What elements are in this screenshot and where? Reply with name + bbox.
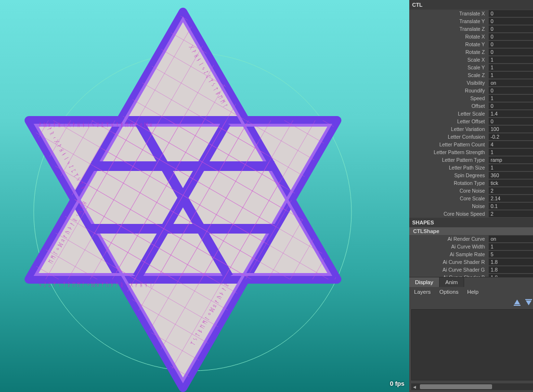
attr-value-input[interactable] xyxy=(489,157,533,163)
attribute-panel[interactable]: CTL Translate XTranslate YTranslate ZRot… xyxy=(409,0,533,277)
attr-label: Scale X xyxy=(409,57,489,63)
viewport-fps: 0 fps xyxy=(390,380,404,387)
attr-row: Letter Confusion xyxy=(409,133,533,141)
attr-row: Core Noise Speed xyxy=(409,210,533,218)
layer-hscrollbar-thumb[interactable] xyxy=(420,384,492,389)
attr-value-input[interactable] xyxy=(489,243,533,250)
attr-label: Translate X xyxy=(409,11,489,16)
viewport-3d[interactable]: ᚠᚢᚦᚨᚱᚲᚷᚹᚺᚾᛁᛃᛇᛈᛉᛊᛏᛒᛖᛗᛚᛜᛞᛟ ᛃᛇᛈᛉᛊᛏᛒᛖᛗᛚᛜᛞᛟᚠᚢ… xyxy=(0,0,409,392)
attr-value-input[interactable] xyxy=(489,33,533,40)
attr-row: Core Scale xyxy=(409,195,533,202)
attr-value-input[interactable] xyxy=(489,64,533,71)
svg-marker-21 xyxy=(514,300,520,304)
attr-value-input[interactable] xyxy=(489,141,533,148)
layer-hscrollbar[interactable]: ◄ ► xyxy=(411,383,533,390)
attr-label: Core Scale xyxy=(409,196,489,201)
attr-row: Letter Pattern Count xyxy=(409,141,533,148)
attr-value-input[interactable] xyxy=(489,110,533,117)
tab-anim[interactable]: Anim xyxy=(440,277,464,287)
attr-label: Ai Curve Shader R xyxy=(409,259,489,265)
attr-row: Roundify xyxy=(409,87,533,94)
attr-label: Core Noise xyxy=(409,188,489,194)
layer-menubar: Layers Options Help xyxy=(409,287,533,297)
svg-rect-22 xyxy=(514,305,520,306)
attr-label: Translate Y xyxy=(409,18,489,24)
attr-label: Core Noise Speed xyxy=(409,211,489,217)
attr-value-input[interactable] xyxy=(489,103,533,109)
attr-value-input[interactable] xyxy=(489,118,533,125)
attr-row: Letter Pattern Type xyxy=(409,156,533,164)
attr-label: Letter Pattern Count xyxy=(409,142,489,147)
attr-row: Ai Curve Shader G xyxy=(409,266,533,274)
menu-options[interactable]: Options xyxy=(440,289,459,295)
attr-label: Letter Offset xyxy=(409,118,489,124)
attr-row: Translate X xyxy=(409,10,533,17)
svg-text:ᚠᚢᚦᚨᚱᚲᚷᚹᚺᚾᛁᛃᛇᛈᛉᛊᛏᛒᛖᛗᛚᛜᛞᛟ: ᚠᚢᚦᚨᚱᚲᚷᚹᚺᚾᛁᛃᛇᛈᛉᛊᛏᛒᛖᛗᛚᛜᛞᛟ xyxy=(39,122,154,128)
attr-label: Ai Curve Width xyxy=(409,244,489,249)
attr-label: Rotate X xyxy=(409,34,489,39)
attr-value-input[interactable] xyxy=(489,235,533,242)
section-ctl-header: CTL xyxy=(409,0,533,10)
attr-row: Visibility xyxy=(409,79,533,87)
layer-move-up-icon[interactable] xyxy=(513,299,521,306)
scroll-left-icon[interactable]: ◄ xyxy=(411,383,418,390)
attr-value-input[interactable] xyxy=(489,180,533,186)
attr-value-input[interactable] xyxy=(489,203,533,209)
attr-value-input[interactable] xyxy=(489,195,533,202)
attr-value-input[interactable] xyxy=(489,187,533,194)
attr-value-input[interactable] xyxy=(489,251,533,258)
attr-row: Spin Degrees xyxy=(409,171,533,179)
layer-list[interactable] xyxy=(411,309,533,380)
attr-label: Rotation Type xyxy=(409,180,489,186)
attr-label: Letter Pattern Type xyxy=(409,157,489,163)
attr-row: Speed xyxy=(409,94,533,102)
attr-label: Ai Sample Rate xyxy=(409,251,489,257)
menu-help[interactable]: Help xyxy=(467,289,479,295)
attr-value-input[interactable] xyxy=(489,79,533,86)
attr-value-input[interactable] xyxy=(489,133,533,140)
attr-label: Rotate Y xyxy=(409,41,489,47)
attr-row: Letter Path Size xyxy=(409,164,533,171)
attr-label: Scale Z xyxy=(409,72,489,78)
attr-row: Rotate Y xyxy=(409,40,533,48)
attr-value-input[interactable] xyxy=(489,172,533,179)
attr-value-input[interactable] xyxy=(489,87,533,94)
attr-value-input[interactable] xyxy=(489,49,533,55)
attr-value-input[interactable] xyxy=(489,26,533,32)
side-panel: CTL Translate XTranslate YTranslate ZRot… xyxy=(409,0,533,392)
attr-value-input[interactable] xyxy=(489,18,533,25)
attr-value-input[interactable] xyxy=(489,72,533,78)
attr-label: Ai Render Curve xyxy=(409,236,489,242)
section-ctlshape-sub: CTLShape xyxy=(409,227,533,235)
attr-value-input[interactable] xyxy=(489,95,533,102)
attr-row: Translate Z xyxy=(409,25,533,33)
attr-label: Letter Confusion xyxy=(409,134,489,140)
attr-value-input[interactable] xyxy=(489,210,533,217)
attr-value-input[interactable] xyxy=(489,164,533,171)
layer-move-down-icon[interactable] xyxy=(525,299,533,306)
attr-value-input[interactable] xyxy=(489,259,533,265)
attr-label: Ai Curve Shader G xyxy=(409,267,489,273)
menu-layers[interactable]: Layers xyxy=(414,289,431,295)
attr-value-input[interactable] xyxy=(489,41,533,48)
attr-row: Ai Curve Shader B xyxy=(409,274,533,277)
attr-row: Ai Curve Width xyxy=(409,243,533,250)
tab-display[interactable]: Display xyxy=(409,277,440,287)
attr-value-input[interactable] xyxy=(489,10,533,17)
attr-row: Scale Y xyxy=(409,64,533,71)
attr-row: Letter Scale xyxy=(409,110,533,118)
attr-value-input[interactable] xyxy=(489,149,533,156)
attr-label: Offset xyxy=(409,103,489,109)
app-root: ᚠᚢᚦᚨᚱᚲᚷᚹᚺᚾᛁᛃᛇᛈᛉᛊᛏᛒᛖᛗᛚᛜᛞᛟ ᛃᛇᛈᛉᛊᛏᛒᛖᛗᛚᛜᛞᛟᚠᚢ… xyxy=(0,0,533,392)
svg-marker-23 xyxy=(526,301,532,305)
attr-row: Scale X xyxy=(409,56,533,64)
attr-value-input[interactable] xyxy=(489,56,533,63)
attr-value-input[interactable] xyxy=(489,266,533,273)
attr-label: Letter Path Size xyxy=(409,165,489,170)
attr-label: Speed xyxy=(409,95,489,101)
attr-row: Noise xyxy=(409,202,533,210)
attr-row: Rotate Z xyxy=(409,48,533,56)
attr-row: Ai Curve Shader R xyxy=(409,258,533,266)
attr-value-input[interactable] xyxy=(489,126,533,132)
attr-row: Core Noise xyxy=(409,187,533,195)
